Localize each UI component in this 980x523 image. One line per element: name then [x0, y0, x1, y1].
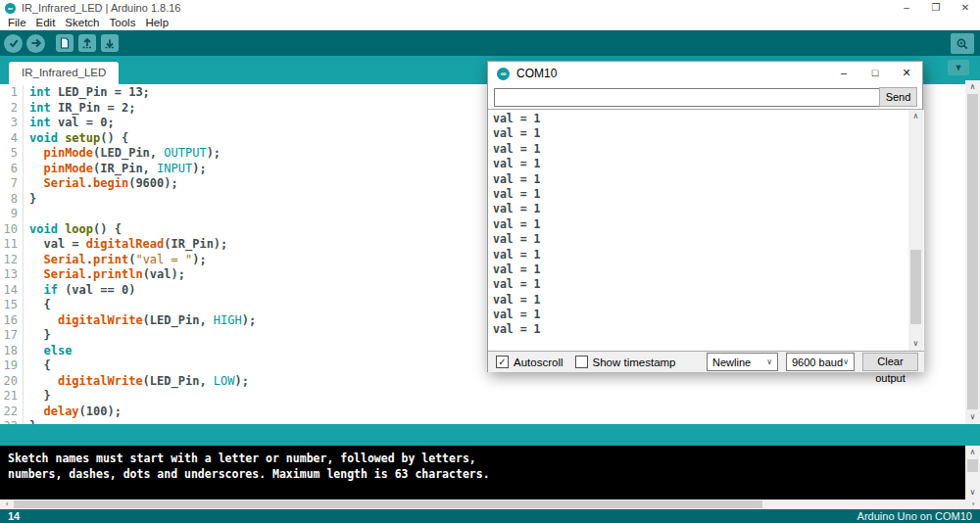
line-ending-select[interactable]: Newline ∨	[707, 353, 778, 371]
editor-scrollbar[interactable]: ∧ ∨	[965, 80, 980, 424]
arduino-logo-icon: ∞	[5, 3, 16, 14]
serial-output-line: val = 1	[493, 322, 924, 337]
serial-output-line: val = 1	[493, 172, 924, 187]
scroll-up-icon[interactable]: ∧	[965, 80, 980, 94]
save-sketch-button[interactable]	[101, 34, 119, 52]
serial-output[interactable]: val = 1val = 1val = 1val = 1val = 1val =…	[488, 109, 924, 352]
menu-item-sketch[interactable]: Sketch	[60, 17, 104, 28]
serial-minimize-button[interactable]: –	[828, 62, 859, 85]
show-timestamp-checkbox[interactable]	[575, 356, 588, 368]
code-text: int IR_Pin = 2;	[24, 101, 135, 117]
serial-output-line: val = 1	[493, 262, 924, 277]
code-line[interactable]: 21 }	[0, 389, 965, 404]
serial-output-line: val = 1	[493, 157, 924, 171]
arrow-up-tray-icon	[81, 37, 93, 49]
line-number: 6	[0, 162, 24, 177]
code-text: }	[24, 328, 51, 344]
error-console: Sketch names must start with a letter or…	[0, 446, 965, 499]
code-line[interactable]: 22 delay(100);	[0, 404, 965, 420]
code-text: }	[24, 192, 36, 208]
scroll-down-icon[interactable]: ∨	[965, 486, 980, 499]
horizontal-scrollbar[interactable]: ‹ ›	[0, 499, 980, 509]
code-text: void setup() {	[24, 131, 128, 147]
show-timestamp-label: Show timestamp	[593, 357, 676, 368]
check-icon	[8, 37, 20, 49]
scroll-down-icon[interactable]: ∨	[965, 410, 980, 424]
serial-controls-row: ✓ Autoscroll Show timestamp Newline ∨ 96…	[488, 352, 924, 372]
code-text: int LED_Pin = 13;	[24, 85, 150, 101]
serial-scrollbar-thumb[interactable]	[910, 250, 921, 324]
code-text: val = digitalRead(IR_Pin);	[24, 237, 227, 253]
serial-output-line: val = 1	[493, 126, 924, 141]
code-text: Serial.begin(9600);	[24, 176, 178, 192]
line-number: 22	[0, 404, 24, 420]
verify-button[interactable]	[4, 34, 23, 53]
arduino-logo-icon: ∞	[497, 68, 510, 80]
console-message: numbers, dashes, dots and underscores. M…	[8, 466, 957, 482]
code-text: Serial.print("val = ");	[24, 253, 207, 268]
new-sketch-button[interactable]	[56, 34, 74, 52]
menu-item-help[interactable]: Help	[140, 17, 173, 28]
chevron-down-icon: ▼	[955, 63, 963, 72]
upload-button[interactable]	[26, 34, 45, 53]
console-scrollbar-thumb[interactable]	[967, 459, 978, 472]
menu-item-tools[interactable]: Tools	[105, 17, 141, 28]
menu-item-file[interactable]: File	[3, 17, 31, 28]
serial-output-scrollbar[interactable]: ∧ ∨	[908, 110, 923, 351]
horizontal-scrollbar-thumb[interactable]	[14, 500, 762, 508]
document-icon	[59, 37, 71, 49]
serial-output-line: val = 1	[493, 232, 924, 247]
menu-item-edit[interactable]: Edit	[31, 17, 61, 28]
maximize-button[interactable]: ❐	[921, 0, 951, 16]
code-text: {	[24, 298, 51, 313]
line-number: 12	[0, 253, 24, 268]
autoscroll-checkbox[interactable]: ✓	[496, 356, 509, 368]
line-number: 21	[0, 389, 24, 404]
line-number: 5	[0, 146, 24, 162]
serial-monitor-window: ∞ COM10 – □ ✕ Send val = 1val = 1val = 1…	[487, 61, 923, 372]
close-button[interactable]: ✕	[951, 0, 980, 16]
serial-output-line: val = 1	[493, 202, 924, 216]
open-sketch-button[interactable]	[78, 34, 96, 52]
scroll-left-icon[interactable]: ‹	[0, 499, 14, 509]
code-text: Serial.println(val);	[24, 267, 185, 283]
console-scrollbar[interactable]: ∧ ∨	[965, 446, 980, 499]
code-text: pinMode(IR_Pin, INPUT);	[24, 162, 207, 177]
minimize-button[interactable]: –	[892, 0, 921, 16]
serial-maximize-button[interactable]: □	[859, 62, 891, 85]
line-number: 17	[0, 328, 24, 344]
serial-monitor-button[interactable]	[951, 33, 974, 54]
scroll-up-icon[interactable]: ∧	[908, 110, 923, 123]
serial-window-title: COM10	[516, 67, 557, 80]
clear-output-button[interactable]: Clear output	[862, 353, 918, 371]
baud-rate-select[interactable]: 9600 baud ∨	[786, 353, 855, 371]
line-number: 7	[0, 176, 24, 192]
serial-input[interactable]	[494, 88, 882, 107]
baud-rate-value: 9600 baud	[792, 357, 843, 368]
scroll-right-icon[interactable]: ›	[966, 499, 980, 509]
status-line-number: 14	[8, 510, 20, 522]
serial-output-line: val = 1	[493, 277, 924, 292]
toolbar	[0, 29, 980, 56]
serial-close-button[interactable]: ✕	[891, 62, 922, 85]
window-title: IR_Infrared_LED | Arduino 1.8.16	[22, 2, 180, 14]
line-number: 15	[0, 298, 24, 313]
scroll-up-icon[interactable]: ∧	[965, 446, 980, 459]
serial-output-line: val = 1	[493, 187, 924, 202]
line-number: 2	[0, 101, 24, 117]
line-number: 18	[0, 344, 24, 359]
serial-titlebar[interactable]: ∞ COM10 – □ ✕	[488, 62, 922, 85]
code-text: if (val == 0)	[24, 283, 135, 299]
status-board-port: Arduino Uno on COM10	[858, 510, 972, 522]
scroll-down-icon[interactable]: ∨	[908, 337, 923, 351]
send-button[interactable]: Send	[879, 87, 917, 107]
editor-scrollbar-thumb[interactable]	[967, 94, 978, 409]
tab-ir-infrared-led[interactable]: IR_Infrared_LED	[9, 62, 119, 84]
line-number: 19	[0, 358, 24, 374]
line-ending-value: Newline	[712, 357, 751, 368]
code-line[interactable]: 20 digitalWrite(LED_Pin, LOW);	[0, 374, 965, 390]
tab-menu-button[interactable]: ▼	[948, 60, 969, 75]
arduino-ide-window: ∞ IR_Infrared_LED | Arduino 1.8.16 – ❐ ✕…	[0, 0, 980, 523]
console-message: Sketch names must start with a letter or…	[8, 451, 957, 466]
serial-output-line: val = 1	[493, 217, 924, 232]
